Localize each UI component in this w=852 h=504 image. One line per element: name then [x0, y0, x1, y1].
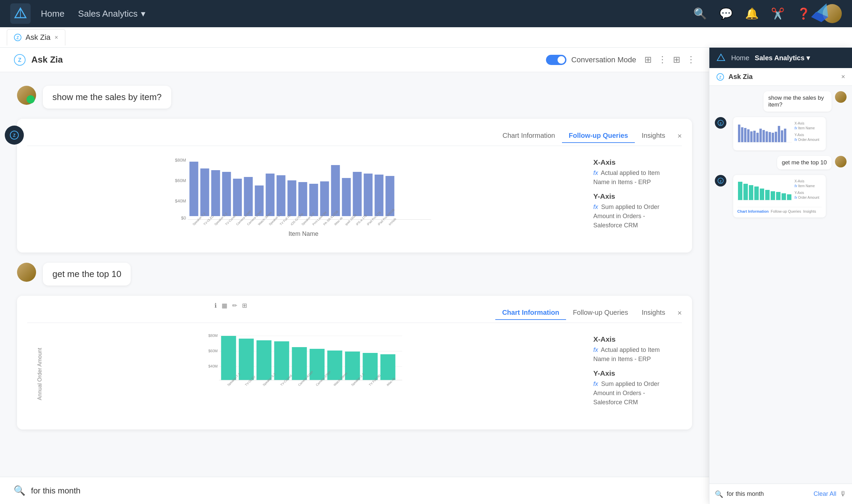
chat-icon[interactable]: 💬: [719, 7, 733, 20]
fx-tag-y-1: fx: [593, 204, 598, 210]
svg-rect-112: [782, 193, 786, 200]
ask-zia-heading: Ask Zia: [31, 54, 63, 65]
clear-all-button[interactable]: Clear All: [814, 490, 836, 498]
bar-chart-2: $80M $60M $40M: [27, 328, 580, 390]
settings-icon[interactable]: ✂️: [771, 7, 785, 20]
online-indicator: [27, 95, 35, 103]
svg-rect-63: [292, 347, 307, 380]
tab-ask-zia[interactable]: Z Ask Zia ×: [7, 29, 65, 46]
svg-text:$80M: $80M: [175, 158, 186, 163]
chart-info-panel-2: X-Axis fx Actual applied to Item Name in…: [586, 328, 682, 419]
right-zia-header: Z Ask Zia ×: [709, 68, 852, 86]
chat-input-row: 🔍: [0, 477, 709, 504]
svg-marker-80: [717, 54, 725, 61]
svg-rect-17: [222, 172, 231, 216]
right-thumb-content-1: X-Axisfx Item Name Y-Axisfx Order Amount: [737, 121, 822, 146]
nav-links: Home Sales Analytics ▾: [41, 9, 693, 19]
grid2-icon[interactable]: ⊞: [673, 54, 680, 65]
nav-analytics[interactable]: Sales Analytics ▾: [78, 9, 145, 19]
svg-rect-67: [363, 353, 378, 380]
svg-text:$40M: $40M: [175, 198, 186, 204]
more2-icon[interactable]: ⋮: [687, 54, 695, 65]
right-chart-thumb-2: X-Axisfx Item Name Y-Axisfx Order Amount…: [733, 175, 826, 217]
mini-chart-2: [737, 179, 792, 203]
microphone-icon[interactable]: 🎙: [840, 490, 847, 498]
right-followup-tab[interactable]: Follow-up Queries: [771, 209, 801, 213]
svg-rect-97: [775, 132, 777, 142]
bar-chart-icon-2[interactable]: ▦: [222, 302, 227, 309]
fx-tag-y-2: fx: [593, 380, 598, 387]
nav-home[interactable]: Home: [41, 9, 64, 19]
right-insights-tab[interactable]: Insights: [803, 209, 816, 213]
fx-tag-2: fx: [593, 346, 598, 353]
svg-rect-25: [309, 184, 318, 216]
tab-close-icon[interactable]: ×: [54, 34, 58, 41]
svg-rect-91: [756, 133, 759, 142]
svg-rect-15: [200, 168, 209, 216]
right-zia-logo: Z: [716, 73, 724, 81]
svg-rect-85: [738, 125, 740, 142]
followup-tab-2[interactable]: Follow-up Queries: [566, 306, 635, 320]
right-user-bubble-1: show me the sales by item?: [763, 91, 832, 112]
chat-input-field[interactable]: [31, 486, 695, 495]
chart-info-tab-1[interactable]: Chart Information: [496, 129, 562, 143]
chart-content-1: $80M $60M $40M $0: [27, 151, 682, 242]
bell-icon[interactable]: 🔔: [745, 7, 759, 20]
x-axis-detail-text-1: Actual applied to Item Name in Items - E…: [593, 169, 660, 185]
nav-right-icons: 🔍 💬 🔔 ✂️ ❓: [693, 4, 842, 23]
avatar[interactable]: [823, 4, 842, 23]
x-axis-detail-2: fx Actual applied to Item Name in Items …: [593, 345, 675, 364]
svg-rect-62: [274, 341, 289, 380]
info-icon-2[interactable]: ℹ: [214, 302, 217, 309]
help-icon[interactable]: ❓: [797, 7, 810, 20]
followup-tab-1[interactable]: Follow-up Queries: [562, 129, 635, 143]
insights-tab-2[interactable]: Insights: [635, 306, 672, 320]
svg-text:Z: Z: [18, 57, 21, 63]
top-navigation: Home Sales Analytics ▾ 🔍 💬 🔔 ✂️ ❓: [0, 0, 852, 27]
edit-icon-2[interactable]: ✏: [232, 302, 237, 309]
svg-rect-65: [327, 351, 342, 380]
fx-tag-1: fx: [593, 169, 598, 176]
svg-rect-64: [310, 349, 325, 380]
right-zia-title: Ask Zia: [728, 73, 837, 81]
chat-area: show me the sales by item? Z Chart I: [0, 72, 709, 477]
grid-icon[interactable]: ⊞: [644, 54, 652, 65]
svg-text:iMac-4k: iMac-4k: [334, 216, 344, 226]
svg-rect-19: [244, 177, 253, 216]
chart-close-1[interactable]: ×: [677, 132, 682, 141]
svg-text:$80M: $80M: [208, 334, 218, 338]
right-thumb-chart-1: [737, 121, 792, 146]
svg-rect-107: [754, 186, 759, 200]
svg-rect-89: [750, 131, 753, 142]
right-search-icon: 🔍: [715, 490, 723, 498]
grid3-icon-2[interactable]: ⊞: [242, 302, 247, 309]
right-user-message-1: show me the sales by item?: [715, 91, 847, 112]
more-icon[interactable]: ⋮: [658, 54, 667, 65]
right-nav-home[interactable]: Home: [731, 54, 749, 62]
right-input-field[interactable]: [727, 490, 810, 498]
chart-info-tab-2[interactable]: Chart Information: [495, 306, 566, 320]
conversation-mode-toggle[interactable]: Conversation Mode: [546, 55, 636, 65]
svg-rect-28: [342, 178, 351, 216]
search-icon[interactable]: 🔍: [693, 7, 707, 20]
right-chart2-tabs: Chart Information Follow-up Queries Insi…: [737, 207, 822, 213]
right-chart-info-tab[interactable]: Chart Information: [737, 209, 769, 213]
svg-rect-23: [288, 180, 296, 216]
svg-rect-90: [753, 131, 756, 142]
x-axis-name-1: Item Name: [27, 230, 580, 238]
svg-rect-66: [345, 352, 360, 380]
svg-rect-105: [743, 184, 748, 200]
chevron-down-icon: ▾: [141, 9, 145, 19]
right-nav-analytics[interactable]: Sales Analytics ▾: [755, 54, 810, 62]
x-axis-detail-text-2: Actual applied to Item Name in Items - E…: [593, 346, 660, 362]
right-user-avatar-2: [835, 156, 847, 167]
toggle-switch[interactable]: [546, 55, 566, 65]
right-zia-close[interactable]: ×: [841, 73, 845, 81]
search-input-icon: 🔍: [14, 485, 26, 496]
header-icons: ⊞ ⋮ ⊞ ⋮: [644, 54, 695, 65]
chart-close-2[interactable]: ×: [677, 309, 682, 318]
svg-rect-113: [787, 194, 791, 200]
insights-tab-1[interactable]: Insights: [635, 129, 672, 143]
app-logo[interactable]: [10, 3, 31, 24]
svg-rect-29: [353, 172, 362, 216]
